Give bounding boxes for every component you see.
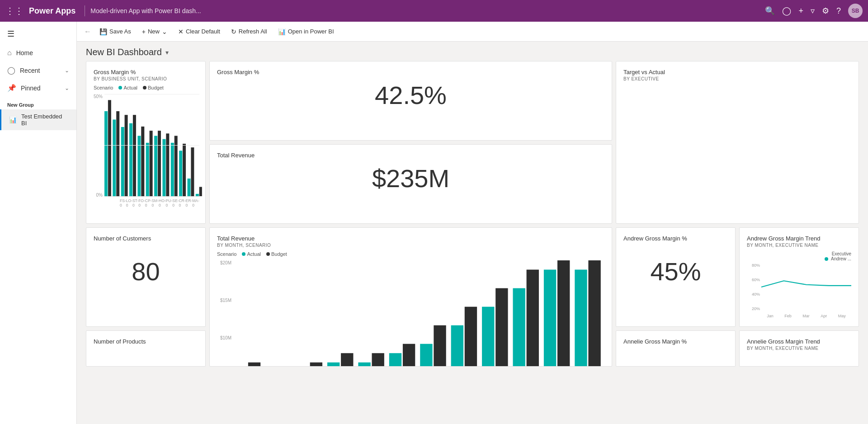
svg-rect-3 (116, 111, 119, 196)
annelie-trend-title: Annelie Gross Margin Trend (747, 338, 851, 345)
search-icon[interactable]: 🔍 (765, 6, 775, 16)
open-in-power-bi-button[interactable]: 📊 Open in Power BI (274, 26, 339, 38)
svg-rect-2 (113, 120, 116, 197)
svg-rect-7 (133, 115, 136, 196)
svg-rect-25 (248, 363, 260, 367)
sidebar-recent-label: Recent (20, 67, 60, 74)
app-title: Model-driven App with Power BI dash... (90, 7, 760, 14)
gross-margin-kpi-value: 42.5% (217, 76, 604, 113)
svg-rect-40 (482, 307, 494, 367)
svg-rect-5 (125, 115, 128, 196)
clear-default-button[interactable]: ✕ Clear Default (174, 26, 225, 38)
toolbar: ← 💾 Save As + New ⌄ ✕ Clear Default ↻ Re… (77, 22, 868, 42)
andrew-margin-title: Andrew Gross Margin % (623, 235, 728, 242)
page-title: New BI Dashboard (86, 47, 162, 57)
revenue-chart-title: Total Revenue (217, 235, 604, 242)
products-card: Number of Products (86, 330, 206, 367)
budget-legend-dot: Budget (143, 85, 164, 90)
andrew-trend-card: Andrew Gross Margin Trend BY MONTH, EXEC… (739, 227, 859, 327)
hamburger-button[interactable]: ☰ (0, 24, 76, 44)
target-vs-actual-card: Target vs Actual BY EXECUTIVE (616, 61, 859, 224)
gm-x-labels: FS-0 LO-0 ST-0 FO-0 CP-0 SM-0 HO-0 PU-0 … (104, 197, 199, 207)
products-title: Number of Products (94, 338, 198, 345)
rev-bars (233, 260, 604, 367)
customers-card: Number of Customers 80 (86, 227, 206, 327)
grid-icon[interactable]: ⋮⋮ (5, 5, 24, 16)
refresh-icon: ↻ (231, 28, 236, 35)
svg-rect-37 (434, 325, 446, 367)
svg-rect-21 (191, 147, 194, 196)
new-button[interactable]: + New ⌄ (137, 26, 172, 38)
andrew-trend-chart: 80% 60% 40% 20% (747, 263, 851, 311)
new-chevron-icon: ⌄ (162, 28, 167, 35)
filter-icon[interactable]: ▿ (811, 6, 815, 16)
sidebar-home-label: Home (16, 49, 69, 57)
svg-rect-43 (527, 270, 539, 367)
y-axis-rev: $20M $15M $10M (217, 260, 233, 350)
sidebar-item-pinned[interactable]: 📌 Pinned ⌄ (0, 79, 76, 97)
gross-margin-chart-card: Gross Margin % BY BUSINESS UNIT, SCENARI… (86, 61, 206, 224)
scenario-label: Scenario (94, 85, 113, 90)
embedded-bi-icon: 📊 (9, 116, 17, 123)
sidebar-item-test-embedded[interactable]: 📊 Test Embedded BI (0, 109, 76, 130)
page-header: New BI Dashboard ▾ (77, 42, 868, 61)
avatar[interactable]: SB (848, 4, 863, 18)
target-vs-actual-subtitle: BY EXECUTIVE (623, 76, 851, 81)
target-vs-actual-title: Target vs Actual (623, 69, 851, 75)
page-title-chevron-icon[interactable]: ▾ (165, 49, 169, 56)
svg-rect-19 (183, 144, 186, 196)
save-as-label: Save As (109, 28, 131, 35)
clear-default-label: Clear Default (186, 28, 220, 35)
svg-rect-38 (451, 325, 463, 367)
svg-rect-36 (420, 344, 432, 367)
svg-rect-30 (327, 363, 340, 367)
svg-rect-14 (162, 139, 165, 196)
gross-margin-chart-legend: Scenario Actual Budget (94, 85, 198, 90)
save-icon: 💾 (99, 28, 107, 35)
revenue-chart-legend: Scenario Actual Budget (217, 251, 604, 257)
refresh-all-button[interactable]: ↻ Refresh All (226, 26, 272, 38)
andrew-margin-card: Andrew Gross Margin % 45% (616, 227, 736, 327)
svg-rect-41 (495, 288, 508, 367)
sidebar-embedded-label: Test Embedded BI (21, 113, 69, 127)
settings-icon[interactable]: ⚙ (822, 6, 829, 16)
revenue-bars-area: $20M $15M $10M (217, 260, 604, 350)
gm-chart-inner: FS-0 LO-0 ST-0 FO-0 CP-0 SM-0 HO-0 PU-0 … (104, 94, 199, 207)
svg-rect-42 (513, 288, 525, 367)
gross-margin-bars-area: 50% 0% (94, 94, 198, 207)
sidebar-item-home[interactable]: ⌂ Home (0, 44, 76, 61)
recent-icon[interactable]: ◯ (782, 6, 791, 16)
gross-margin-chart-subtitle: BY BUSINESS UNIT, SCENARIO (94, 76, 198, 81)
svg-rect-13 (158, 131, 161, 196)
andrew-trend-title: Andrew Gross Margin Trend (747, 235, 851, 242)
svg-rect-32 (358, 363, 370, 367)
total-revenue-kpi-title: Total Revenue (217, 152, 604, 159)
save-as-button[interactable]: 💾 Save As (95, 26, 136, 38)
rev-bar-svg (233, 260, 604, 367)
help-icon[interactable]: ? (836, 6, 841, 16)
customers-title: Number of Customers (94, 235, 198, 242)
svg-rect-44 (544, 270, 556, 367)
gross-margin-kpi-title: Gross Margin % (217, 69, 604, 75)
svg-rect-34 (389, 353, 401, 367)
svg-rect-18 (179, 151, 182, 196)
recent-chevron-icon: ⌄ (65, 67, 69, 74)
svg-rect-9 (141, 127, 144, 196)
svg-rect-1 (108, 100, 111, 196)
top-nav: ⋮⋮ Power Apps Model-driven App with Powe… (0, 0, 868, 22)
back-button[interactable]: ← (84, 28, 91, 36)
dashboard: Gross Margin % 42.5% Total Revenue $235M… (77, 61, 868, 424)
main-layout: ☰ ⌂ Home ◯ Recent ⌄ 📌 Pinned ⌄ New Group… (0, 22, 868, 424)
sidebar: ☰ ⌂ Home ◯ Recent ⌄ 📌 Pinned ⌄ New Group… (0, 22, 77, 424)
add-icon[interactable]: + (798, 6, 803, 16)
svg-rect-23 (199, 187, 202, 196)
sidebar-item-recent[interactable]: ◯ Recent ⌄ (0, 61, 76, 79)
svg-rect-47 (588, 260, 600, 367)
new-plus-icon: + (142, 28, 146, 35)
gm-bars (104, 94, 199, 197)
nav-icons: 🔍 ◯ + ▿ ⚙ ? SB (765, 4, 863, 18)
content-area: ← 💾 Save As + New ⌄ ✕ Clear Default ↻ Re… (77, 22, 868, 424)
refresh-all-label: Refresh All (239, 28, 267, 35)
andrew-trend-subtitle: BY MONTH, EXECUTIVE NAME (747, 243, 851, 248)
svg-rect-29 (310, 363, 322, 367)
